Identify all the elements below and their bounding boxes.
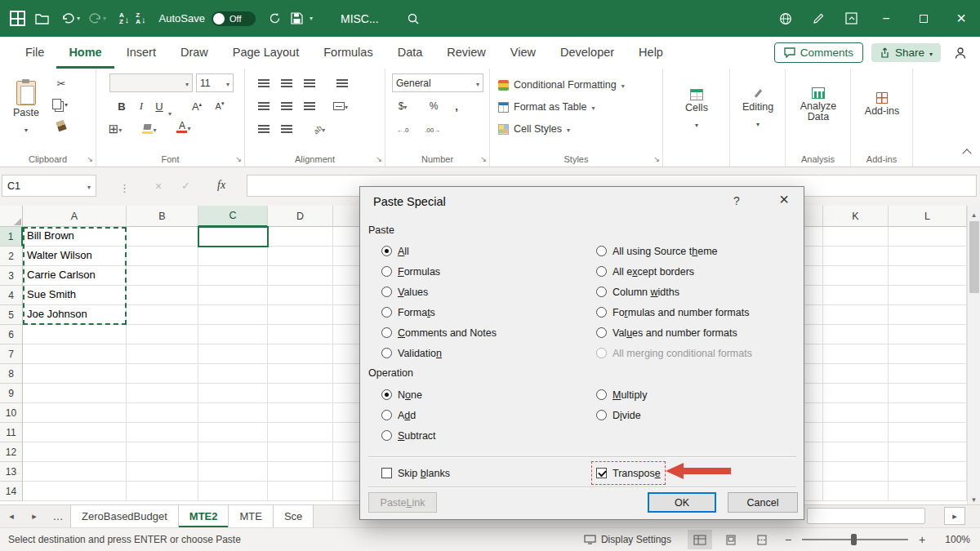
comma-style-button[interactable]: , <box>449 98 464 114</box>
cell-l4[interactable] <box>889 286 967 305</box>
vertical-scrollbar[interactable] <box>967 206 980 504</box>
cell-b5[interactable] <box>127 305 198 325</box>
cell-a10[interactable] <box>23 403 127 423</box>
cell-b4[interactable] <box>127 286 198 305</box>
clipboard-dialog-launcher[interactable] <box>87 155 93 163</box>
cell-b9[interactable] <box>127 384 198 403</box>
row-header-5[interactable]: 5 <box>0 305 23 325</box>
page-break-view-button[interactable] <box>750 530 774 549</box>
sheet-overflow-button[interactable]: … <box>46 505 70 527</box>
cell-b14[interactable] <box>127 482 198 501</box>
ribbon-tab-page-layout[interactable]: Page Layout <box>220 37 311 69</box>
cell-k4[interactable] <box>823 286 889 305</box>
row-header-14[interactable]: 14 <box>0 482 23 501</box>
format-painter-button[interactable] <box>54 118 69 134</box>
cell-a14[interactable] <box>23 482 127 501</box>
cell-a8[interactable] <box>23 364 127 384</box>
cell-a12[interactable] <box>23 442 127 462</box>
align-middle-button[interactable] <box>279 75 294 91</box>
close-button[interactable] <box>942 0 980 37</box>
cell-d11[interactable] <box>268 423 333 442</box>
underline-caret[interactable] <box>168 104 172 119</box>
maximize-button[interactable] <box>905 0 942 37</box>
formula-bar-handle[interactable] <box>119 180 130 195</box>
styles-dialog-launcher[interactable] <box>653 155 660 163</box>
draw-button[interactable] <box>802 0 835 37</box>
sheet-nav-next-button[interactable] <box>23 505 46 527</box>
increase-decimal-button[interactable] <box>395 121 410 137</box>
cell-c1[interactable] <box>198 227 268 247</box>
column-header-d[interactable]: D <box>268 206 333 227</box>
column-header-k[interactable]: K <box>823 206 889 227</box>
cell-d14[interactable] <box>268 482 333 501</box>
cell-b10[interactable] <box>127 403 198 423</box>
sort-descending-button[interactable]: ZA <box>136 0 145 37</box>
cell-k7[interactable] <box>823 344 889 364</box>
name-box[interactable]: C1 <box>2 175 96 197</box>
cell-d6[interactable] <box>268 325 333 344</box>
underline-button[interactable]: U <box>152 98 167 114</box>
cell-c14[interactable] <box>198 482 268 501</box>
radio-comments-and-notes[interactable]: Comments and Notes <box>378 322 500 343</box>
zoom-slider[interactable] <box>802 533 908 546</box>
row-header-8[interactable]: 8 <box>0 364 23 384</box>
page-layout-view-button[interactable] <box>719 530 743 549</box>
percent-style-button[interactable]: % <box>426 98 441 114</box>
cell-a1[interactable]: Bill Brown <box>23 227 127 247</box>
cell-a3[interactable]: Carrie Carlson <box>23 266 127 286</box>
radio-none[interactable]: None <box>378 384 425 405</box>
radio-multiply[interactable]: Multiply <box>593 384 650 405</box>
select-all-corner[interactable] <box>0 206 23 227</box>
alignment-dialog-launcher[interactable] <box>376 155 382 163</box>
merge-center-button[interactable] <box>333 98 348 114</box>
cell-d7[interactable] <box>268 344 333 364</box>
cell-l1[interactable] <box>889 227 967 247</box>
cell-styles-button[interactable]: Cell Styles <box>498 119 570 139</box>
sync-button[interactable] <box>269 0 281 37</box>
ribbon-tab-insert[interactable]: Insert <box>114 37 168 69</box>
orientation-button[interactable] <box>312 121 327 137</box>
ribbon-tab-draw[interactable]: Draw <box>168 37 220 69</box>
cell-d13[interactable] <box>268 462 333 482</box>
cell-b7[interactable] <box>127 344 198 364</box>
scroll-right-button[interactable] <box>944 507 965 525</box>
cell-b6[interactable] <box>127 325 198 344</box>
save-button[interactable] <box>291 0 303 37</box>
cell-c5[interactable] <box>198 305 268 325</box>
row-header-4[interactable]: 4 <box>0 286 23 305</box>
cell-k5[interactable] <box>823 305 889 325</box>
addins-button[interactable]: Add-ins <box>861 72 903 137</box>
radio-subtract[interactable]: Subtract <box>378 425 439 446</box>
radio-formulas-and-number-formats[interactable]: Formulas and number formats <box>593 302 752 322</box>
ribbon-tab-developer[interactable]: Developer <box>548 37 626 69</box>
cell-k12[interactable] <box>823 442 889 462</box>
ribbon-tab-review[interactable]: Review <box>434 37 498 69</box>
row-header-3[interactable]: 3 <box>0 266 23 286</box>
column-header-b[interactable]: B <box>127 206 198 227</box>
radio-all-except-borders[interactable]: All except borders <box>593 261 697 282</box>
bold-button[interactable]: B <box>114 98 129 114</box>
checkbox-transpose[interactable]: Transpose <box>593 463 664 483</box>
checkbox-skip-blanks[interactable]: Skip blanks <box>378 463 453 483</box>
align-center-button[interactable] <box>279 98 294 114</box>
share-button[interactable]: Share <box>871 43 941 62</box>
align-left-button[interactable] <box>256 98 271 114</box>
cell-a5[interactable]: Joe Johnson <box>23 305 127 325</box>
radio-values[interactable]: Values <box>378 282 431 302</box>
sheet-tab-sce[interactable]: Sce <box>274 505 314 527</box>
cell-c4[interactable] <box>198 286 268 305</box>
display-settings-button[interactable]: Display Settings <box>572 528 683 551</box>
undo-button[interactable] <box>62 0 75 37</box>
cell-d1[interactable] <box>268 227 333 247</box>
autosave-toggle[interactable]: Off <box>212 11 256 26</box>
row-header-9[interactable]: 9 <box>0 384 23 403</box>
cell-l10[interactable] <box>889 403 967 423</box>
undo-options-caret[interactable] <box>77 0 80 37</box>
font-size-combo[interactable]: 11 <box>196 73 234 92</box>
cell-c3[interactable] <box>198 266 268 286</box>
paste-button[interactable]: Paste <box>5 72 47 144</box>
row-header-13[interactable]: 13 <box>0 462 23 482</box>
horizontal-scrollbar-thumb[interactable] <box>807 508 925 524</box>
radio-column-widths[interactable]: Column widths <box>593 282 683 302</box>
cell-k6[interactable] <box>823 325 889 344</box>
